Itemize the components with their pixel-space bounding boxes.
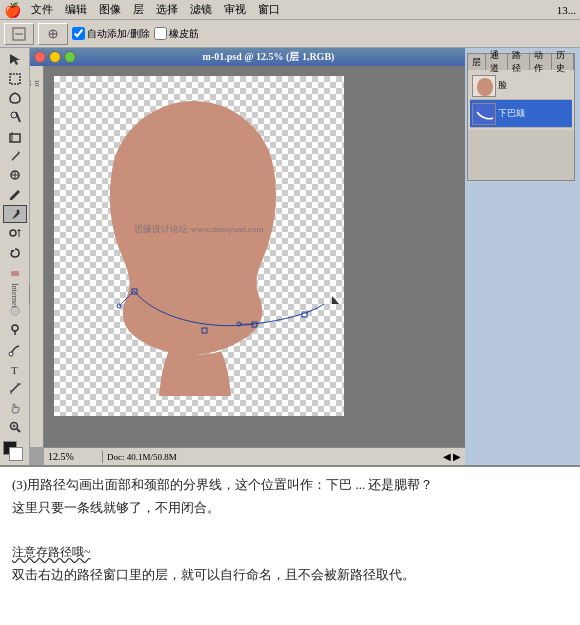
svg-point-8	[11, 112, 17, 118]
svg-marker-5	[10, 54, 20, 65]
tab-actions[interactable]: 动作	[530, 54, 552, 70]
panel-bottom-area	[468, 130, 574, 180]
menu-filter[interactable]: 滤镜	[185, 1, 217, 18]
rubber-check[interactable]	[154, 27, 167, 40]
window-titlebar: m-01.psd @ 12.5% (层 1,RGB)	[30, 48, 465, 66]
tool-brush[interactable]	[3, 186, 27, 204]
tool-arrow[interactable]	[3, 50, 27, 68]
toolbox: T	[0, 48, 30, 465]
toolbar-button-1[interactable]	[4, 23, 34, 45]
layer-chin-name: 下巴颏	[498, 107, 570, 120]
menu-bar: 🍎 文件 编辑 图像 层 选择 滤镜 审视 窗口 13...	[0, 0, 580, 20]
svg-point-14	[16, 210, 19, 213]
maximize-button[interactable]	[64, 51, 76, 63]
tool-eyedropper[interactable]	[3, 147, 27, 165]
tool-path-select[interactable]	[3, 340, 27, 358]
text-line-5: 双击右边的路径窗口里的层，就可以自行命名，且不会被新路径取代。	[12, 565, 568, 586]
menu-image[interactable]: 图像	[94, 1, 126, 18]
text-line-2: 这里只要一条线就够了，不用闭合。	[12, 498, 568, 519]
scroll-left[interactable]: ◀	[443, 451, 451, 462]
text-line-3	[12, 521, 568, 542]
tool-pen[interactable]	[3, 205, 27, 223]
color-swatches[interactable]	[3, 441, 27, 463]
tool-lasso[interactable]	[3, 89, 27, 107]
menu-bar-right: 13...	[557, 4, 576, 16]
svg-point-22	[13, 309, 17, 313]
tab-layers[interactable]: 层	[468, 54, 486, 70]
doc-size: Doc: 40.1M/50.8M	[107, 452, 177, 462]
tool-text[interactable]: T	[3, 360, 27, 378]
autoadd-label: 自动添加/删除	[87, 27, 150, 41]
svg-point-15	[10, 230, 16, 236]
tab-channels[interactable]: 通道	[486, 54, 508, 70]
toolbar-button-2[interactable]	[38, 23, 68, 45]
tool-eraser[interactable]	[3, 263, 27, 281]
layers-panel: 层 通道 路径 动作 历史 脸	[467, 53, 575, 181]
rubber-label: 橡皮筋	[169, 27, 199, 41]
window-controls[interactable]	[34, 51, 76, 63]
text-line-1: (3)用路径勾画出面部和颈部的分界线，这个位置叫作：下巴 ... 还是腮帮？	[12, 475, 568, 496]
text-line-4: 注意存路径哦~	[12, 543, 568, 562]
scroll-arrows[interactable]: ◀ ▶	[443, 451, 461, 462]
status-separator	[102, 451, 103, 463]
tab-history[interactable]: 历史	[552, 54, 574, 70]
workspace: T m-01.psd	[0, 48, 580, 465]
tool-zoom[interactable]	[3, 418, 27, 436]
apple-icon: 🍎	[4, 2, 20, 18]
tool-heal[interactable]	[3, 166, 27, 184]
layer-face-name: 脸	[498, 79, 570, 92]
pen-icon	[11, 26, 27, 42]
svg-line-27	[11, 384, 19, 392]
svg-point-23	[12, 325, 18, 331]
autoadd-check[interactable]	[72, 27, 85, 40]
photoshop-document: 思缘设计论坛 www.missyuan.com	[54, 76, 344, 416]
head-silhouette	[79, 91, 309, 401]
tool-hand[interactable]	[3, 398, 27, 416]
scroll-right[interactable]: ▶	[453, 451, 461, 462]
svg-rect-6	[10, 74, 20, 84]
canvas-statusbar: 12.5% Doc: 40.1M/50.8M ◀ ▶	[44, 447, 465, 465]
internet-label: Internet	[0, 285, 30, 305]
tool-clone[interactable]	[3, 224, 27, 242]
toolbar: 自动添加/删除 橡皮筋	[0, 20, 580, 48]
path-tool-icon	[45, 26, 61, 42]
tool-measure[interactable]	[3, 379, 27, 397]
layer-face[interactable]: 脸	[470, 72, 572, 100]
ruler-vertical: 2 4 6 8 10 12 14	[30, 66, 44, 447]
background-color[interactable]	[9, 447, 23, 461]
tab-paths[interactable]: 路径	[508, 54, 530, 70]
autoadd-checkbox[interactable]: 自动添加/删除	[72, 27, 150, 41]
svg-text:T: T	[11, 364, 18, 376]
svg-line-31	[17, 429, 20, 432]
layer-face-thumbnail	[472, 75, 496, 97]
svg-point-25	[9, 352, 13, 356]
panel-tabs[interactable]: 层 通道 路径 动作 历史	[468, 54, 574, 70]
window-title: m-01.psd @ 12.5% (层 1,RGB)	[76, 50, 461, 64]
canvas-content[interactable]: 思缘设计论坛 www.missyuan.com	[44, 66, 465, 447]
menu-edit[interactable]: 编辑	[60, 1, 92, 18]
tool-dodge[interactable]	[3, 321, 27, 339]
menu-select[interactable]: 选择	[151, 1, 183, 18]
layers-list: 脸 下巴颏	[468, 70, 574, 130]
menu-view[interactable]: 审视	[219, 1, 251, 18]
tool-select[interactable]	[3, 69, 27, 87]
tool-wand[interactable]	[3, 108, 27, 126]
tool-crop[interactable]	[3, 127, 27, 145]
layer-chin[interactable]: 下巴颏	[470, 100, 572, 128]
tool-history-brush[interactable]	[3, 244, 27, 262]
menu-layer[interactable]: 层	[128, 1, 149, 18]
close-button[interactable]	[34, 51, 46, 63]
minimize-button[interactable]	[49, 51, 61, 63]
svg-marker-17	[11, 250, 15, 254]
canvas-window: m-01.psd @ 12.5% (层 1,RGB) 0 2 4 6 8 10 …	[30, 48, 465, 465]
svg-rect-18	[11, 271, 19, 276]
menu-items: 🍎 文件 编辑 图像 层 选择 滤镜 审视 窗口	[4, 1, 285, 18]
rubber-checkbox[interactable]: 橡皮筋	[154, 27, 199, 41]
menu-file[interactable]: 文件	[26, 1, 58, 18]
zoom-level: 12.5%	[48, 451, 98, 462]
layer-chin-thumbnail	[472, 103, 496, 125]
bottom-text-area: (3)用路径勾画出面部和颈部的分界线，这个位置叫作：下巴 ... 还是腮帮？ 这…	[0, 465, 580, 625]
canvas-area: m-01.psd @ 12.5% (层 1,RGB) 0 2 4 6 8 10 …	[30, 48, 580, 465]
menu-window[interactable]: 窗口	[253, 1, 285, 18]
